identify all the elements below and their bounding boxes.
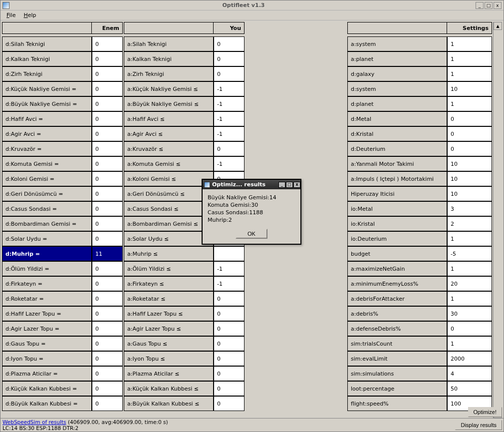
enemy-row-value[interactable]: 0	[92, 336, 123, 351]
settings-row-value[interactable]: 10	[447, 171, 492, 186]
settings-row-label[interactable]: budget	[347, 246, 447, 261]
settings-row-label[interactable]: a:Yanmali Motor Takimi	[347, 156, 447, 171]
settings-row-value[interactable]: 2000	[447, 351, 492, 366]
enemy-row-value[interactable]: 0	[92, 96, 123, 111]
enemy-row-value[interactable]: 0	[92, 81, 123, 96]
optimize-button[interactable]: Optimize!	[468, 407, 502, 417]
you-row-label[interactable]: a:Büyük Kalkan Kubbesi ≤	[124, 396, 214, 411]
you-row-label[interactable]: a:Kalkan Teknigi	[124, 51, 214, 66]
settings-row-label[interactable]: a:minimumEnemyLoss%	[347, 276, 447, 291]
settings-row-label[interactable]: d:galaxy	[347, 66, 447, 81]
settings-row-value[interactable]: 10	[447, 186, 492, 201]
settings-row-value[interactable]: 0	[447, 141, 492, 156]
settings-row-label[interactable]: io:Deuterium	[347, 231, 447, 246]
you-row-value[interactable]: 0	[214, 351, 245, 366]
enemy-row-value[interactable]: 0	[92, 261, 123, 276]
enemy-row-value[interactable]: 0	[92, 276, 123, 291]
you-row-value[interactable]	[214, 246, 245, 261]
vertical-scrollbar[interactable]: ▲ ▼	[493, 22, 502, 418]
enemy-row-value[interactable]: 0	[92, 126, 123, 141]
menu-help[interactable]: Help	[19, 11, 40, 19]
enemy-row-label[interactable]: d:Plazma Aticilar =	[2, 366, 92, 381]
you-row-value[interactable]: 0	[214, 381, 245, 396]
enemy-row-value[interactable]: 0	[92, 366, 123, 381]
enemy-row-value[interactable]: 0	[92, 186, 123, 201]
settings-row-label[interactable]: d:Kristal	[347, 126, 447, 141]
settings-row-value[interactable]: 1	[447, 231, 492, 246]
enemy-row-label[interactable]: d:Kalkan Teknigi	[2, 51, 92, 66]
enemy-row-value[interactable]: 0	[92, 291, 123, 306]
you-row-value[interactable]: -1	[214, 111, 245, 126]
statusbar-link[interactable]: WebSpeedSim of results	[2, 419, 66, 425]
enemy-row-label[interactable]: d:Küçük Nakliye Gemisi =	[2, 81, 92, 96]
enemy-row-value[interactable]: 0	[92, 321, 123, 336]
enemy-row-label[interactable]: d:Firkateyn =	[2, 276, 92, 291]
you-row-value[interactable]: -1	[214, 156, 245, 171]
you-row-value[interactable]: 0	[214, 306, 245, 321]
you-row-value[interactable]: 0	[214, 66, 245, 81]
settings-row-label[interactable]: loot:percentage	[347, 381, 447, 396]
enemy-row-label[interactable]: d:Büyük Nakliye Gemisi =	[2, 96, 92, 111]
enemy-row-value[interactable]: 0	[92, 171, 123, 186]
you-row-label[interactable]: a:Gaus Topu ≤	[124, 336, 214, 351]
you-row-label[interactable]: a:Iyon Topu ≤	[124, 351, 214, 366]
enemy-row-label[interactable]: d:Solar Uydu =	[2, 231, 92, 246]
dialog-close-button[interactable]: x	[293, 182, 300, 188]
you-row-label[interactable]: a:Komuta Gemisi ≤	[124, 156, 214, 171]
settings-row-label[interactable]: a:defenseDebris%	[347, 321, 447, 336]
enemy-row-value[interactable]: 0	[92, 216, 123, 231]
enemy-row-value[interactable]: 0	[92, 51, 123, 66]
you-row-label[interactable]: a:Solar Uydu ≤	[124, 231, 214, 246]
settings-row-value[interactable]: 1	[447, 261, 492, 276]
enemy-row-label[interactable]: d:Hafif Avci =	[2, 111, 92, 126]
enemy-row-label[interactable]: d:Casus Sondasi =	[2, 201, 92, 216]
you-row-label[interactable]: a:Casus Sondasi ≤	[124, 201, 214, 216]
enemy-row-value[interactable]: 0	[92, 36, 123, 51]
you-row-label[interactable]: a:Plazma Aticilar ≤	[124, 366, 214, 381]
enemy-row-label[interactable]: d:Koloni Gemisi =	[2, 171, 92, 186]
enemy-row-label[interactable]: d:Kruvazör =	[2, 141, 92, 156]
settings-row-value[interactable]: 1	[447, 36, 492, 51]
enemy-row-value[interactable]: 0	[92, 396, 123, 411]
enemy-row-value[interactable]: 0	[92, 201, 123, 216]
settings-row-value[interactable]: 0	[447, 321, 492, 336]
you-row-value[interactable]: -1	[214, 96, 245, 111]
you-row-value[interactable]: 0	[214, 336, 245, 351]
enemy-row-label[interactable]: d:Roketatar =	[2, 291, 92, 306]
enemy-row-label[interactable]: d:Bombardiman Gemisi =	[2, 216, 92, 231]
settings-row-value[interactable]: 2	[447, 216, 492, 231]
settings-row-label[interactable]: flight:speed%	[347, 396, 447, 411]
enemy-row-label[interactable]: d:Küçük Kalkan Kubbesi =	[2, 381, 92, 396]
you-row-label[interactable]: a:Koloni Gemisi ≤	[124, 171, 214, 186]
settings-row-label[interactable]: sim:trialsCount	[347, 336, 447, 351]
settings-row-value[interactable]: 20	[447, 276, 492, 291]
settings-row-value[interactable]: 50	[447, 381, 492, 396]
enemy-row-label[interactable]: d:Komuta Gemisi =	[2, 156, 92, 171]
settings-row-value[interactable]: 1	[447, 336, 492, 351]
enemy-row-label[interactable]: d:Muhrip =	[2, 246, 92, 261]
enemy-row-label[interactable]: d:Iyon Topu =	[2, 351, 92, 366]
you-row-value[interactable]: -1	[214, 81, 245, 96]
settings-row-label[interactable]: Hiperuzay Iticisi	[347, 186, 447, 201]
enemy-row-value[interactable]: 0	[92, 111, 123, 126]
enemy-row-label[interactable]: d:Büyük Kalkan Kubbesi =	[2, 396, 92, 411]
enemy-row-value[interactable]: 0	[92, 381, 123, 396]
settings-row-label[interactable]: sim:evalLimit	[347, 351, 447, 366]
enemy-row-value[interactable]: 11	[92, 246, 123, 261]
you-row-value[interactable]: -1	[214, 126, 245, 141]
enemy-row-label[interactable]: d:Hafif Lazer Topu =	[2, 306, 92, 321]
you-row-value[interactable]: 0	[214, 141, 245, 156]
settings-row-label[interactable]: d:Deuterium	[347, 141, 447, 156]
settings-row-label[interactable]: d:planet	[347, 96, 447, 111]
menu-file[interactable]: File	[2, 11, 19, 19]
you-row-label[interactable]: a:Agir Lazer Topu ≤	[124, 321, 214, 336]
display-results-button[interactable]: Display results	[455, 420, 502, 430]
settings-row-label[interactable]: io:Kristal	[347, 216, 447, 231]
settings-row-value[interactable]: 10	[447, 156, 492, 171]
settings-row-label[interactable]: d:system	[347, 81, 447, 96]
settings-row-label[interactable]: sim:simulations	[347, 366, 447, 381]
you-row-value[interactable]: 0	[214, 51, 245, 66]
enemy-row-label[interactable]: d:Agir Lazer Topu =	[2, 321, 92, 336]
dialog-ok-button[interactable]: OK	[236, 229, 267, 239]
you-row-label[interactable]: a:Küçük Kalkan Kubbesi ≤	[124, 381, 214, 396]
